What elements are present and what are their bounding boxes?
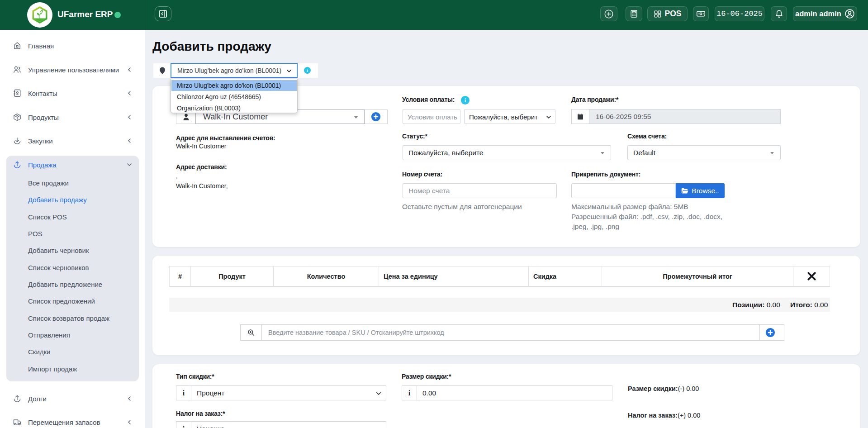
svg-text:i: i xyxy=(307,68,308,73)
svg-text:i: i xyxy=(465,97,466,104)
